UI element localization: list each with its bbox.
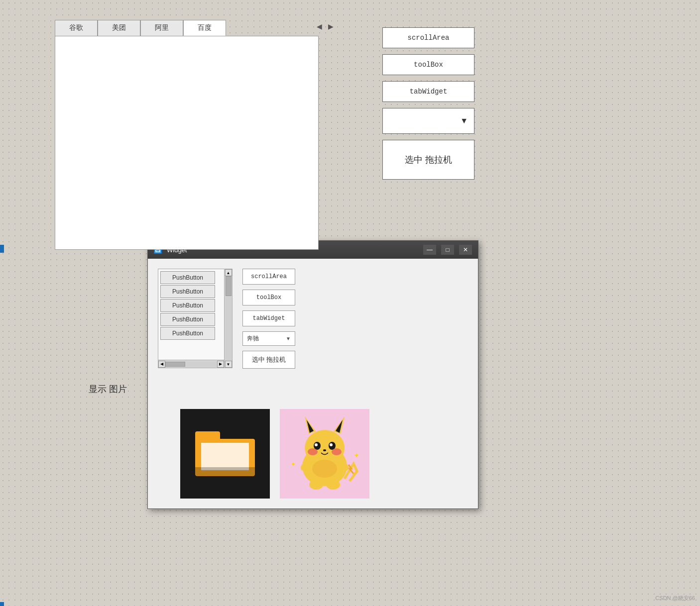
win-dropdown-value: 奔驰 xyxy=(247,334,286,343)
folder-body xyxy=(195,439,255,476)
push-button-2[interactable]: PushButton xyxy=(160,285,215,298)
display-label: 显示 图片 xyxy=(89,383,127,395)
h-scrollbar-thumb[interactable] xyxy=(165,362,185,367)
h-scrollbar-left[interactable]: ◀ xyxy=(158,361,165,368)
win-dropdown-arrow-icon: ▼ xyxy=(286,336,291,341)
folder-tab xyxy=(195,431,220,439)
widget-window: Widget — □ ✕ PushButton PushButton PushB… xyxy=(147,240,478,509)
svg-point-19 xyxy=(309,480,323,490)
folder-icon xyxy=(195,431,255,476)
svg-point-13 xyxy=(308,448,318,455)
win-scroll-area-btn[interactable]: scrollArea xyxy=(242,269,295,285)
folder-thumbnail xyxy=(180,409,270,499)
blue-dot-bottom xyxy=(0,602,4,606)
h-scrollbar-right[interactable]: ▶ xyxy=(217,361,224,368)
bg-label-box: 选中 拖拉机 xyxy=(382,140,474,180)
bg-dropdown[interactable]: ▼ xyxy=(382,108,474,134)
v-scrollbar-down[interactable]: ▼ xyxy=(225,361,232,368)
svg-point-12 xyxy=(330,443,333,446)
tab-content xyxy=(55,36,319,250)
tab-baidu[interactable]: 百度 xyxy=(183,20,226,36)
scroll-area[interactable]: PushButton PushButton PushButton PushBut… xyxy=(158,269,233,368)
win-label-text: 选中 拖拉机 xyxy=(252,356,286,363)
nav-arrow-right[interactable]: ▶ xyxy=(328,22,334,30)
folder-shadow xyxy=(195,467,255,476)
blue-dot-left xyxy=(0,245,4,253)
win-dropdown[interactable]: 奔驰 ▼ xyxy=(242,331,295,346)
svg-point-18 xyxy=(312,460,337,478)
win-label: 选中 拖拉机 xyxy=(242,351,295,369)
bg-tab-widget: 谷歌 美团 阿里 百度 xyxy=(55,20,319,250)
window-images: ✦ ✦ xyxy=(180,409,369,499)
push-button-3[interactable]: PushButton xyxy=(160,299,215,312)
v-scrollbar[interactable]: ▲ ▼ xyxy=(224,269,232,368)
tab-ali[interactable]: 阿里 xyxy=(140,20,183,36)
push-button-1[interactable]: PushButton xyxy=(160,271,215,284)
tab-meituan[interactable]: 美团 xyxy=(98,20,140,36)
maximize-button[interactable]: □ xyxy=(441,245,454,255)
win-tab-widget-btn[interactable]: tabWidget xyxy=(242,310,295,326)
dropdown-arrow-icon: ▼ xyxy=(460,116,468,125)
folder-paper xyxy=(201,443,249,470)
svg-point-11 xyxy=(315,443,318,446)
bg-scroll-area-btn[interactable]: scrollArea xyxy=(382,27,474,48)
win-tool-box-btn[interactable]: toolBox xyxy=(242,290,295,305)
v-scrollbar-up[interactable]: ▲ xyxy=(225,269,232,276)
h-scrollbar[interactable]: ◀ ▶ xyxy=(158,360,224,368)
svg-text:✦: ✦ xyxy=(353,451,359,459)
nav-arrows: ◀ ▶ xyxy=(317,22,334,30)
svg-point-15 xyxy=(323,449,326,451)
tab-google[interactable]: 谷歌 xyxy=(55,20,98,36)
close-button[interactable]: ✕ xyxy=(459,245,472,255)
h-scrollbar-track[interactable] xyxy=(165,361,217,367)
bg-tool-box-btn[interactable]: toolBox xyxy=(382,54,474,75)
bg-right-buttons: scrollArea toolBox tabWidget ▼ 选中 拖拉机 xyxy=(382,27,474,180)
scroll-content: PushButton PushButton PushButton PushBut… xyxy=(158,269,232,342)
v-scrollbar-track[interactable] xyxy=(225,276,232,361)
minimize-button[interactable]: — xyxy=(423,245,436,255)
watermark: CSDN @晓安66 xyxy=(655,595,695,602)
push-button-4[interactable]: PushButton xyxy=(160,313,215,326)
bg-tab-widget-btn[interactable]: tabWidget xyxy=(382,81,474,102)
svg-point-20 xyxy=(326,480,340,490)
svg-point-14 xyxy=(332,448,342,455)
v-scrollbar-thumb[interactable] xyxy=(226,276,232,296)
svg-text:✦: ✦ xyxy=(291,461,296,468)
pikachu-thumbnail: ✦ ✦ xyxy=(280,409,369,499)
push-button-5[interactable]: PushButton xyxy=(160,327,215,340)
bg-label-text: 选中 拖拉机 xyxy=(405,154,452,166)
tab-bar: 谷歌 美团 阿里 百度 xyxy=(55,20,319,36)
